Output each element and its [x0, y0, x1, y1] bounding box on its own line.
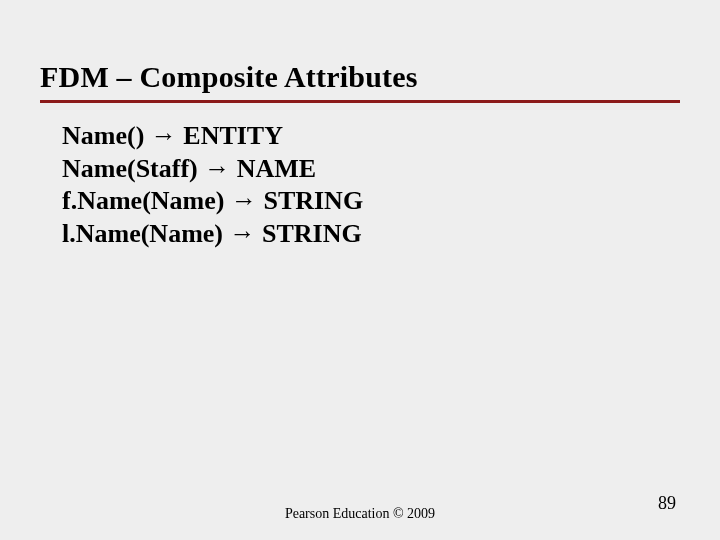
footer-text: Pearson Education © 2009 — [0, 506, 720, 522]
slide-title: FDM – Composite Attributes — [40, 60, 680, 100]
content-block: Name() → ENTITY Name(Staff) → NAME f.Nam… — [62, 120, 660, 250]
code-line: Name() → ENTITY — [62, 120, 660, 153]
code-line: l.Name(Name) → STRING — [62, 218, 660, 251]
code-line: f.Name(Name) → STRING — [62, 185, 660, 218]
title-underline — [40, 100, 680, 103]
page-number: 89 — [658, 493, 676, 514]
code-line: Name(Staff) → NAME — [62, 153, 660, 186]
title-block: FDM – Composite Attributes — [40, 60, 680, 103]
slide: FDM – Composite Attributes Name() → ENTI… — [0, 0, 720, 540]
